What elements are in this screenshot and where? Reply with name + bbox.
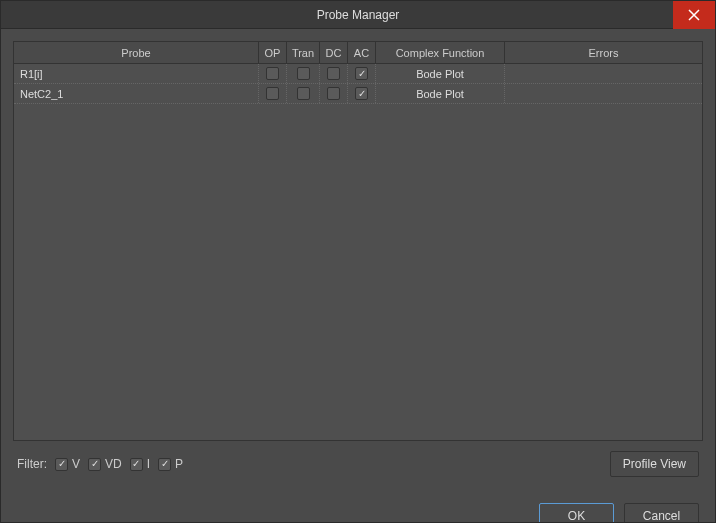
cell-tran [287,64,320,83]
filter-i-checkbox[interactable] [130,458,143,471]
cell-dc [320,64,348,83]
tran-checkbox[interactable] [297,87,310,100]
dialog-buttons: OK Cancel [1,489,715,523]
filter-vd[interactable]: VD [88,457,122,471]
table-row[interactable]: R1[i]Bode Plot [14,64,702,84]
filter-i-label: I [147,457,150,471]
profile-view-button[interactable]: Profile View [610,451,699,477]
cell-op [259,84,287,103]
dc-checkbox[interactable] [327,67,340,80]
ac-checkbox[interactable] [355,67,368,80]
table-header-row: Probe OP Tran DC AC Complex Function Err… [14,42,702,64]
op-checkbox[interactable] [266,67,279,80]
header-op[interactable]: OP [259,42,287,63]
header-tran[interactable]: Tran [287,42,320,63]
probes-table: Probe OP Tran DC AC Complex Function Err… [13,41,703,441]
cell-tran [287,84,320,103]
cancel-button[interactable]: Cancel [624,503,699,523]
header-complex[interactable]: Complex Function [376,42,505,63]
cell-dc [320,84,348,103]
filter-v-label: V [72,457,80,471]
cell-op [259,64,287,83]
op-checkbox[interactable] [266,87,279,100]
header-probe[interactable]: Probe [14,42,259,63]
filter-p-checkbox[interactable] [158,458,171,471]
cell-errors [505,84,702,103]
filter-p[interactable]: P [158,457,183,471]
header-dc[interactable]: DC [320,42,348,63]
ok-button[interactable]: OK [539,503,614,523]
filter-v[interactable]: V [55,457,80,471]
cell-probe[interactable]: R1[i] [14,64,259,83]
titlebar: Probe Manager [1,1,715,29]
filter-vd-label: VD [105,457,122,471]
cell-probe[interactable]: NetC2_1 [14,84,259,103]
cell-ac [348,64,376,83]
filter-row: Filter: V VD I P Profile View [13,441,703,477]
dc-checkbox[interactable] [327,87,340,100]
filter-v-checkbox[interactable] [55,458,68,471]
header-errors[interactable]: Errors [505,42,702,63]
cell-errors [505,64,702,83]
table-row[interactable]: NetC2_1Bode Plot [14,84,702,104]
close-icon [688,9,700,21]
ac-checkbox[interactable] [355,87,368,100]
cell-complex[interactable]: Bode Plot [376,64,505,83]
header-ac[interactable]: AC [348,42,376,63]
cell-ac [348,84,376,103]
filter-i[interactable]: I [130,457,150,471]
filter-label: Filter: [17,457,47,471]
tran-checkbox[interactable] [297,67,310,80]
filter-vd-checkbox[interactable] [88,458,101,471]
filter-p-label: P [175,457,183,471]
close-button[interactable] [673,1,715,29]
cell-complex[interactable]: Bode Plot [376,84,505,103]
window-title: Probe Manager [317,8,400,22]
